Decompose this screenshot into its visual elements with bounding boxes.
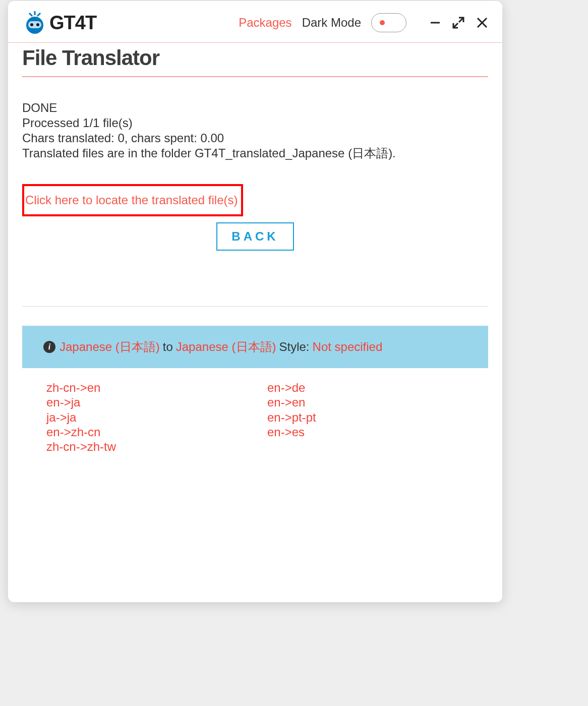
toggle-knob	[380, 20, 385, 25]
minimize-icon[interactable]	[430, 17, 441, 28]
back-button[interactable]: BACK	[216, 222, 293, 251]
svg-rect-4	[28, 21, 41, 28]
source-lang-link[interactable]: Japanese (日本語)	[60, 339, 160, 355]
dark-mode-toggle[interactable]	[371, 13, 406, 32]
locate-files-link[interactable]: Click here to locate the translated file…	[25, 193, 238, 207]
window-controls	[430, 16, 488, 29]
lang-pair[interactable]: zh-cn->zh-tw	[46, 439, 267, 454]
to-label: to	[163, 340, 173, 354]
status-processed: Processed 1/1 file(s)	[22, 115, 488, 131]
lang-pair[interactable]: en->pt-pt	[267, 410, 488, 425]
status-folder: Translated files are in the folder GT4T_…	[22, 146, 488, 161]
close-icon[interactable]	[476, 17, 488, 29]
robot-icon	[22, 10, 47, 35]
style-link[interactable]: Not specified	[313, 340, 383, 354]
svg-point-5	[30, 23, 33, 26]
svg-line-2	[37, 13, 40, 16]
header: GT4T Packages Dark Mode	[8, 1, 502, 43]
svg-line-1	[29, 13, 32, 16]
packages-link[interactable]: Packages	[239, 16, 291, 30]
locate-highlight-box: Click here to locate the translated file…	[22, 184, 243, 216]
style-label: Style:	[279, 340, 310, 354]
lang-pair[interactable]: en->zh-cn	[46, 425, 267, 439]
dark-mode-label: Dark Mode	[302, 16, 361, 30]
status-done: DONE	[22, 100, 488, 115]
app-window: GT4T Packages Dark Mode	[8, 1, 502, 602]
page-title: File Translator	[22, 46, 488, 70]
status-block: DONE Processed 1/1 file(s) Chars transla…	[22, 100, 488, 161]
content: File Translator DONE Processed 1/1 file(…	[8, 46, 502, 454]
status-chars: Chars translated: 0, chars spent: 0.00	[22, 131, 488, 146]
lang-pair[interactable]: ja->ja	[46, 410, 267, 425]
lang-pair[interactable]: en->ja	[46, 395, 267, 409]
lang-pair[interactable]: en->es	[267, 425, 488, 439]
divider-light	[22, 306, 488, 307]
lang-pairs: zh-cn->en en->ja ja->ja en->zh-cn zh-cn-…	[22, 380, 488, 454]
divider-pink	[22, 76, 488, 77]
svg-point-6	[36, 23, 39, 26]
lang-pair[interactable]: en->en	[267, 395, 488, 409]
maximize-icon[interactable]	[452, 16, 465, 29]
language-info-bar: i Japanese (日本語) to Japanese (日本語) Style…	[22, 326, 488, 368]
back-button-wrap: BACK	[22, 222, 488, 251]
header-right: Packages Dark Mode	[239, 13, 488, 32]
lang-pair[interactable]: en->de	[267, 380, 488, 395]
info-icon: i	[43, 341, 55, 353]
logo-text: GT4T	[49, 12, 96, 34]
lang-pairs-left: zh-cn->en en->ja ja->ja en->zh-cn zh-cn-…	[46, 380, 267, 454]
logo: GT4T	[22, 10, 96, 35]
target-lang-link[interactable]: Japanese (日本語)	[176, 339, 276, 355]
lang-pairs-right: en->de en->en en->pt-pt en->es	[267, 380, 488, 454]
lang-pair[interactable]: zh-cn->en	[46, 380, 267, 395]
